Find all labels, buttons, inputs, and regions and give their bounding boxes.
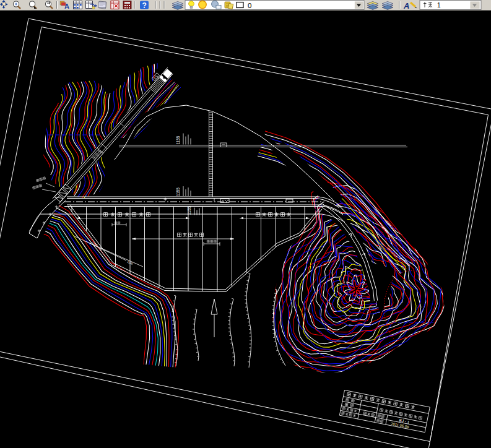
svg-text:1: 1 — [437, 2, 441, 9]
svg-text:A: A — [403, 1, 409, 11]
svg-text:1155: 1155 — [176, 136, 180, 144]
svg-text:1155: 1155 — [176, 187, 180, 196]
svg-text:?: ? — [142, 1, 147, 10]
svg-text:A: A — [64, 2, 69, 10]
svg-text:0: 0 — [248, 2, 251, 9]
svg-text:1155: 1155 — [187, 206, 191, 215]
